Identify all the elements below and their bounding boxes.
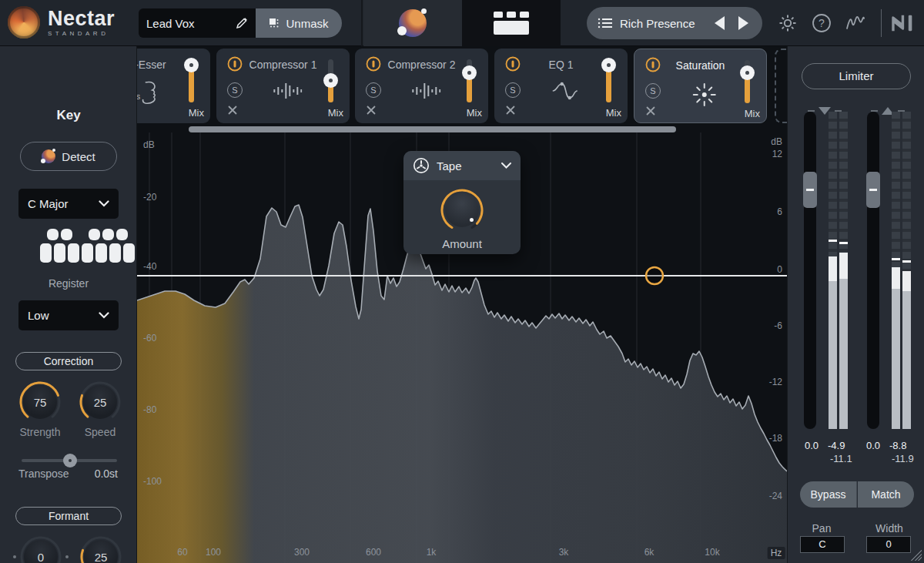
axis-label: 6: [777, 206, 782, 217]
app-logo: Nectar STANDARD: [8, 6, 115, 39]
preset-next-button[interactable]: [738, 16, 748, 30]
next-module-slot[interactable]: [775, 49, 787, 123]
amount-knob-indicator: [470, 218, 474, 222]
note-f-sharp[interactable]: [89, 229, 100, 240]
saturation-mode-dropdown[interactable]: Tape: [403, 151, 521, 180]
close-icon[interactable]: [227, 105, 238, 116]
knob-tick: [65, 555, 69, 558]
unmask-label: Unmask: [286, 17, 328, 30]
close-icon[interactable]: [366, 105, 377, 116]
resize-handle[interactable]: [911, 550, 922, 561]
track-name-value: Lead Vox: [146, 17, 236, 30]
transpose-value: 0.0st: [95, 467, 118, 480]
axis-label: 10k: [705, 547, 719, 558]
match-button[interactable]: Match: [858, 481, 914, 508]
formant-section-header: Formant: [15, 507, 122, 525]
note-a-sharp[interactable]: [116, 229, 128, 240]
solo-button[interactable]: S: [505, 82, 521, 98]
amount-knob-face[interactable]: [445, 193, 479, 227]
note-d[interactable]: [54, 243, 65, 263]
module-eq-1[interactable]: EQ 1 S Mix: [494, 49, 628, 123]
limiter-button[interactable]: Limiter: [802, 63, 911, 89]
module-de-esser[interactable]: De-Esser s Mix: [137, 49, 210, 123]
nectar-plugin-window: Nectar STANDARD Lead Vox Unmask: [0, 0, 924, 563]
axis-label: 1k: [427, 547, 437, 558]
width-label: Width: [866, 522, 912, 535]
scale-knob[interactable]: 25: [79, 535, 122, 563]
track-name-input[interactable]: Lead Vox: [139, 8, 256, 38]
module-chain-scrollbar[interactable]: [189, 126, 676, 132]
close-icon[interactable]: [645, 106, 656, 116]
axis-label: -60: [143, 333, 156, 343]
preset-prev-button[interactable]: [715, 16, 725, 30]
axis-label: 12: [772, 149, 782, 159]
output-panel: Limiter: [787, 46, 924, 563]
input-peak-readout: 0.0: [805, 440, 819, 451]
saturation-icon: [691, 82, 717, 108]
note-e[interactable]: [68, 243, 79, 263]
axis-label: 100: [206, 547, 221, 558]
divider: [361, 0, 363, 46]
module-compressor-2[interactable]: Compressor 2 S Mix: [355, 49, 488, 123]
axis-label: dB: [771, 136, 782, 147]
fader-handle[interactable]: [866, 172, 880, 208]
axis-label: -24: [769, 491, 782, 501]
help-icon[interactable]: ?: [812, 13, 832, 33]
close-icon[interactable]: [505, 105, 516, 116]
output-gain-fader[interactable]: [867, 112, 879, 429]
axis-label: -80: [143, 404, 156, 415]
unmask-icon: [269, 18, 280, 29]
note-d-sharp[interactable]: [61, 229, 72, 240]
note-g[interactable]: [95, 243, 107, 263]
speed-knob[interactable]: 25: [79, 380, 122, 424]
input-rms-readout: -11.1: [830, 453, 852, 464]
saturation-mode-value: Tape: [437, 159, 494, 173]
gain-node-handle[interactable]: [646, 267, 663, 284]
settings-gear-icon[interactable]: [778, 13, 798, 33]
key-note-display[interactable]: [20, 229, 117, 263]
sidebar-title: Key: [0, 108, 137, 123]
solo-button[interactable]: S: [645, 83, 661, 99]
pan-label: Pan: [798, 522, 845, 535]
strength-knob[interactable]: 75: [18, 380, 62, 424]
solo-button[interactable]: S: [227, 82, 243, 98]
note-g-sharp[interactable]: [102, 229, 114, 240]
register-value: Low: [28, 309, 49, 322]
unmask-button[interactable]: Unmask: [256, 8, 342, 38]
note-c-sharp[interactable]: [47, 229, 59, 240]
module-chain: De-Esser s Mix Compressor 1 S: [137, 46, 787, 126]
note-c[interactable]: [40, 243, 52, 263]
detect-button[interactable]: Detect: [20, 142, 117, 171]
output-peak-readout: 0.0: [866, 440, 880, 451]
width-value-box[interactable]: 0: [866, 536, 911, 553]
solo-button[interactable]: S: [366, 82, 381, 98]
transpose-slider[interactable]: [22, 454, 117, 467]
note-a[interactable]: [109, 243, 121, 263]
transpose-handle[interactable]: [63, 454, 77, 467]
output-meter-left: [892, 112, 900, 429]
module-saturation[interactable]: Saturation S Mix: [634, 49, 767, 123]
bypass-button[interactable]: Bypass: [800, 481, 857, 508]
fader-handle[interactable]: [803, 172, 817, 208]
key-dropdown[interactable]: C Major: [18, 189, 119, 219]
chevron-down-icon: [99, 200, 109, 207]
izotope-squiggle-icon[interactable]: [845, 13, 865, 33]
tab-chain-view[interactable]: [462, 0, 561, 46]
shift-knob[interactable]: 0: [19, 535, 62, 563]
chevron-down-icon: [501, 163, 511, 169]
top-bar: Nectar STANDARD Lead Vox Unmask: [0, 0, 924, 46]
pan-value-box[interactable]: C: [800, 536, 845, 553]
pencil-icon[interactable]: [236, 17, 248, 29]
register-dropdown[interactable]: Low: [18, 300, 119, 330]
chain-view-icon: [490, 10, 533, 36]
svg-text:?: ?: [819, 17, 825, 29]
module-compressor-1[interactable]: Compressor 1 S Mix: [216, 49, 350, 123]
note-f[interactable]: [82, 243, 93, 263]
note-b[interactable]: [123, 243, 135, 263]
preset-selector[interactable]: Rich Presence: [587, 7, 762, 39]
input-gain-fader[interactable]: [804, 112, 816, 429]
tab-assistant-view[interactable]: [363, 0, 462, 46]
preset-list-icon[interactable]: [598, 16, 613, 30]
amount-knob[interactable]: [440, 188, 484, 233]
axis-label: dB: [143, 139, 155, 150]
